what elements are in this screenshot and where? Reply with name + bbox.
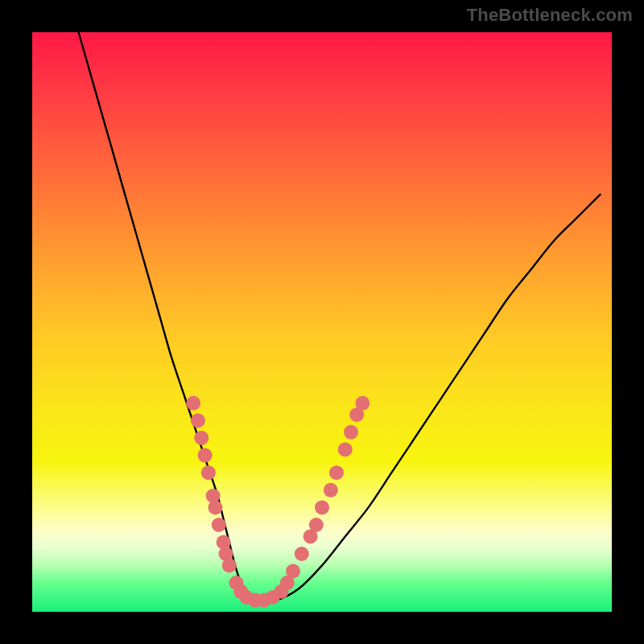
curve-marker (194, 431, 208, 445)
plot-area (32, 32, 612, 612)
curve-marker (222, 558, 237, 572)
curve-path (79, 32, 601, 601)
curve-marker (286, 564, 300, 579)
curve-marker (191, 413, 205, 427)
curve-marker (324, 483, 338, 497)
curve-marker (295, 547, 309, 561)
curve-marker (344, 425, 358, 440)
curve-marker (208, 500, 223, 514)
curve-marker (355, 396, 369, 411)
curve-marker (198, 448, 213, 463)
chart-frame: TheBottleneck.com (0, 0, 644, 644)
curve-marker (201, 465, 216, 480)
curve-marker (186, 396, 200, 411)
curve-marker (338, 442, 353, 456)
bottleneck-curve (79, 32, 601, 601)
curve-marker (329, 465, 344, 480)
curve-markers (186, 396, 369, 608)
curve-marker (309, 518, 324, 532)
curve-marker (212, 518, 226, 532)
curve-marker (315, 500, 329, 514)
watermark-text: TheBottleneck.com (467, 5, 633, 26)
chart-svg (32, 32, 612, 612)
